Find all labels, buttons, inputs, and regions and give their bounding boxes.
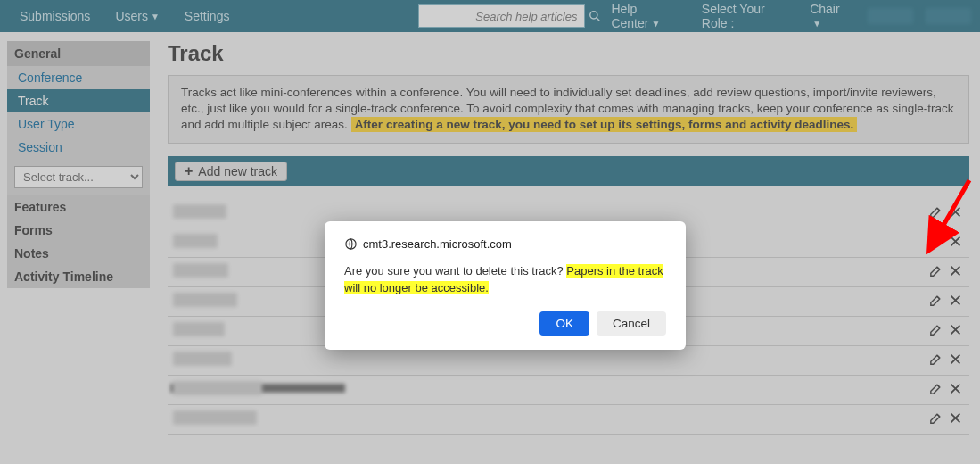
dialog-message-plain: Are you sure you want to delete this tra… [344,264,566,278]
globe-icon [344,237,358,251]
dialog-origin-text: cmt3.research.microsoft.com [363,237,512,251]
dialog-cancel-button[interactable]: Cancel [597,311,666,336]
confirm-delete-dialog: cmt3.research.microsoft.com Are you sure… [325,221,686,350]
dialog-buttons: OK Cancel [344,311,666,336]
dialog-origin: cmt3.research.microsoft.com [344,237,666,251]
dialog-ok-button[interactable]: OK [539,311,589,336]
dialog-message: Are you sure you want to delete this tra… [344,263,666,297]
